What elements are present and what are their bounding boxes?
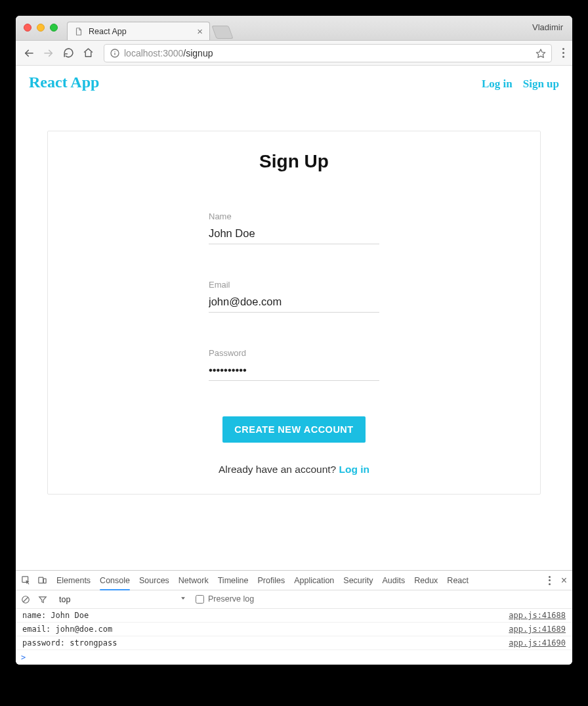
form-heading: Sign Up xyxy=(64,151,524,172)
devtools-tab-react[interactable]: React xyxy=(447,571,469,590)
filter-icon[interactable] xyxy=(38,595,47,604)
tab-title: React App xyxy=(89,27,192,36)
email-field: Email xyxy=(209,280,379,313)
close-window-button[interactable] xyxy=(24,24,32,32)
console-row: password: strongpass app.js:41690 xyxy=(16,636,572,650)
file-icon xyxy=(74,27,83,36)
reload-button[interactable] xyxy=(60,45,76,61)
svg-marker-11 xyxy=(39,596,47,602)
name-input[interactable] xyxy=(209,225,379,244)
preserve-log-checkbox[interactable] xyxy=(196,595,204,604)
chevron-down-icon[interactable] xyxy=(180,595,186,602)
devtools-tab-network[interactable]: Network xyxy=(178,571,209,590)
zoom-window-button[interactable] xyxy=(50,24,58,32)
create-account-button[interactable]: CREATE NEW ACCOUNT xyxy=(222,416,365,443)
new-tab-button[interactable] xyxy=(211,26,233,39)
email-label: Email xyxy=(209,280,379,290)
back-button[interactable] xyxy=(21,45,37,61)
devtools-tab-redux[interactable]: Redux xyxy=(414,571,438,590)
devtools-tab-application[interactable]: Application xyxy=(294,571,334,590)
login-link[interactable]: Log in xyxy=(339,464,370,475)
chrome-profile-name[interactable]: Vladimir xyxy=(532,22,563,32)
svg-point-4 xyxy=(114,51,115,51)
clear-console-icon[interactable] xyxy=(21,595,30,604)
nav-signup-link[interactable]: Sign up xyxy=(523,77,559,91)
devtools-tab-security[interactable]: Security xyxy=(343,571,373,590)
password-field: Password xyxy=(209,348,379,381)
tab-strip: React App × xyxy=(67,22,231,40)
email-input[interactable] xyxy=(209,294,379,313)
browser-menu-button[interactable] xyxy=(560,48,567,58)
devtools-tab-sources[interactable]: Sources xyxy=(139,571,169,590)
svg-rect-7 xyxy=(39,577,43,583)
svg-rect-8 xyxy=(43,579,46,583)
login-alternative-line: Already have an account? Log in xyxy=(209,464,379,475)
devtools-tabstrip: Elements Console Sources Network Timelin… xyxy=(16,571,572,590)
source-link[interactable]: app.js:41688 xyxy=(509,611,566,620)
app-title[interactable]: React App xyxy=(29,74,99,91)
console-row: email: john@doe.com app.js:41689 xyxy=(16,623,572,636)
browser-tab[interactable]: React App × xyxy=(67,22,210,40)
close-tab-icon[interactable]: × xyxy=(197,26,203,36)
devtools-menu-button[interactable] xyxy=(546,576,553,585)
header-nav: Log in Sign up xyxy=(482,77,559,91)
browser-toolbar: localhost:3000/signup xyxy=(16,41,572,66)
home-button[interactable] xyxy=(80,45,96,61)
console-context-selector[interactable]: top xyxy=(59,595,70,604)
devtools-tab-audits[interactable]: Audits xyxy=(382,571,405,590)
devtools-tab-console[interactable]: Console xyxy=(100,571,130,590)
name-label: Name xyxy=(209,211,379,221)
url-text: localhost:3000/signup xyxy=(124,48,213,58)
devtools-tab-profiles[interactable]: Profiles xyxy=(257,571,285,590)
devtools-tab-elements[interactable]: Elements xyxy=(56,571,91,590)
browser-window: React App × Vladimir xyxy=(16,16,572,665)
minimize-window-button[interactable] xyxy=(37,24,45,32)
address-bar[interactable]: localhost:3000/signup xyxy=(104,44,552,62)
signup-card: Sign Up Name Email Password xyxy=(47,131,541,495)
forward-button[interactable] xyxy=(41,45,56,61)
devtools-panel: Elements Console Sources Network Timelin… xyxy=(16,570,572,665)
name-field: Name xyxy=(209,211,379,244)
svg-marker-5 xyxy=(536,49,545,58)
password-input[interactable] xyxy=(209,362,379,381)
console-row: name: John Doe app.js:41688 xyxy=(16,609,572,623)
window-controls xyxy=(24,24,58,32)
app-header: React App Log in Sign up xyxy=(29,74,559,91)
toggle-device-icon[interactable] xyxy=(37,575,47,585)
svg-line-10 xyxy=(24,597,28,602)
preserve-log-label: Preserve log xyxy=(208,594,254,604)
source-link[interactable]: app.js:41690 xyxy=(509,638,566,648)
signup-form: Name Email Password CREATE NEW ACCOUNT xyxy=(209,211,379,475)
devtools-tab-timeline[interactable]: Timeline xyxy=(218,571,249,590)
inspect-element-icon[interactable] xyxy=(21,575,31,585)
site-info-icon[interactable] xyxy=(110,48,120,58)
page-viewport: React App Log in Sign up Sign Up Name Em… xyxy=(16,66,572,570)
nav-login-link[interactable]: Log in xyxy=(482,77,513,91)
console-prompt[interactable]: > xyxy=(16,650,572,665)
console-log: name: John Doe app.js:41688 email: john@… xyxy=(16,609,572,650)
window-titlebar: React App × Vladimir xyxy=(16,16,572,41)
source-link[interactable]: app.js:41689 xyxy=(509,625,566,634)
password-label: Password xyxy=(209,348,379,358)
svg-marker-12 xyxy=(181,597,185,600)
console-filter-bar: top Preserve log xyxy=(16,590,572,609)
devtools-close-icon[interactable]: × xyxy=(561,575,567,586)
bookmark-star-icon[interactable] xyxy=(536,48,546,58)
